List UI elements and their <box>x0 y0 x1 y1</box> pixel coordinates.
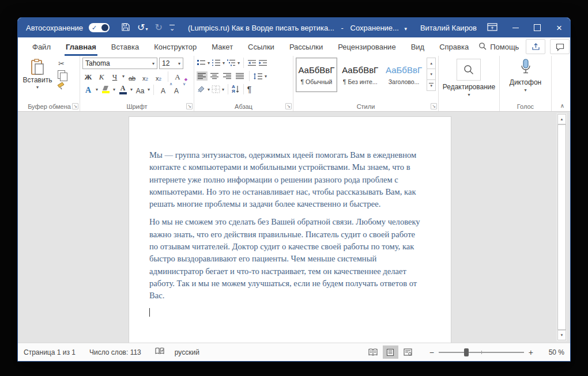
tab-home[interactable]: Главная <box>58 37 104 56</box>
tab-design[interactable]: Конструктор <box>146 37 204 56</box>
language-indicator[interactable]: русский <box>175 348 199 356</box>
zoom-in-button[interactable]: + <box>524 348 538 357</box>
web-layout-button[interactable] <box>400 345 416 359</box>
clipboard-dialog-launcher[interactable]: ↘ <box>72 103 78 109</box>
style-normal[interactable]: АаБбВвГ ¶ Обычный <box>296 58 337 92</box>
align-right-button[interactable] <box>222 71 233 81</box>
underline-button[interactable]: Ч <box>109 71 120 82</box>
share-button[interactable] <box>526 39 545 54</box>
strikethrough-button[interactable]: ab <box>126 71 138 82</box>
voice-group-label: Голос <box>517 101 534 111</box>
paragraph-dialog-launcher[interactable]: ↘ <box>285 103 292 109</box>
zoom-out-button[interactable]: − <box>425 348 439 357</box>
styles-scroll-up-button[interactable]: ▲ <box>427 58 435 69</box>
editing-button[interactable]: Редактирование ▾ <box>443 58 495 97</box>
highlight-button[interactable] <box>100 84 111 95</box>
title-caret-icon[interactable]: ▾ <box>405 26 408 32</box>
underline-caret-icon[interactable]: ▾ <box>122 74 125 79</box>
align-center-button[interactable] <box>209 71 220 81</box>
subscript-button[interactable]: x2 <box>140 71 151 82</box>
font-size-combo[interactable]: 12 ▾ <box>159 58 183 69</box>
change-case-caret-icon[interactable]: ▾ <box>148 87 150 92</box>
minimize-button[interactable] <box>504 18 526 37</box>
quick-access-more-button[interactable]: ⌄ <box>169 25 175 31</box>
tab-review[interactable]: Рецензирование <box>330 37 403 56</box>
read-mode-button[interactable] <box>365 345 381 359</box>
sort-button[interactable]: АЯ <box>232 85 240 94</box>
style-heading1[interactable]: АаБбВвГ Заголово... <box>383 58 425 92</box>
font-dialog-launcher[interactable]: ↘ <box>186 103 193 109</box>
dictate-button[interactable]: Диктофон ▾ <box>510 58 541 93</box>
highlight-caret-icon[interactable]: ▾ <box>113 87 115 92</box>
tab-mailings[interactable]: Рассылки <box>282 37 330 56</box>
styles-dialog-launcher[interactable]: ↘ <box>431 103 437 109</box>
style-no-spacing[interactable]: АаБбВвГ ¶ Без инте... <box>340 58 381 92</box>
show-paragraph-marks-button[interactable]: ¶ <box>247 85 252 94</box>
multilevel-caret-icon[interactable]: ▾ <box>238 60 240 66</box>
align-left-button[interactable] <box>197 71 208 81</box>
collapse-ribbon-button[interactable]: ∧ <box>560 102 564 109</box>
save-icon[interactable] <box>121 22 130 33</box>
ribbon-display-options-icon[interactable] <box>487 23 497 33</box>
text-effects-button[interactable]: А <box>82 84 94 95</box>
bold-button[interactable]: Ж <box>82 71 94 82</box>
grow-font-button[interactable]: А∧ <box>157 84 169 95</box>
zoom-slider-thumb[interactable] <box>464 348 469 356</box>
font-color-caret-icon[interactable]: ▾ <box>130 87 133 92</box>
numbering-caret-icon[interactable]: ▾ <box>223 60 225 66</box>
user-name[interactable]: Виталий Каиров <box>420 24 477 32</box>
cut-button[interactable]: ✂ <box>57 60 66 67</box>
styles-group-label: Стили <box>296 101 436 111</box>
search-box[interactable]: Помощь <box>476 37 521 56</box>
format-painter-button[interactable] <box>57 82 66 90</box>
bullets-button[interactable] <box>197 59 206 67</box>
document-page[interactable]: Мы — группа энтузиастов, одержимых идеей… <box>129 116 451 343</box>
redo-button[interactable]: ↻ <box>155 23 163 32</box>
borders-caret-icon[interactable]: ▾ <box>222 87 224 92</box>
increase-indent-button[interactable] <box>258 59 267 67</box>
styles-more-button[interactable]: ▼ <box>427 80 435 90</box>
shading-button[interactable] <box>197 85 206 93</box>
paste-button[interactable]: Вставить ▾ <box>21 58 54 90</box>
close-button[interactable]: × <box>548 18 570 37</box>
print-layout-button[interactable] <box>383 345 398 359</box>
maximize-button[interactable] <box>526 18 548 37</box>
font-color-button[interactable]: А <box>117 84 129 95</box>
decrease-indent-button[interactable] <box>247 59 257 67</box>
numbering-button[interactable] <box>212 59 221 67</box>
proofing-icon[interactable] <box>155 347 164 357</box>
bullets-caret-icon[interactable]: ▾ <box>208 60 210 66</box>
tab-view[interactable]: Вид <box>404 37 432 56</box>
scrollbar-thumb[interactable] <box>557 124 566 330</box>
justify-button[interactable] <box>235 71 246 81</box>
page-indicator[interactable]: Страница 1 из 1 <box>24 348 76 356</box>
shrink-font-button[interactable]: А∨ <box>171 84 182 95</box>
text-effects-caret-icon[interactable]: ▾ <box>96 87 98 92</box>
italic-button[interactable]: К <box>96 71 107 82</box>
zoom-percentage[interactable]: 50 % <box>544 348 564 356</box>
tab-help[interactable]: Справка <box>432 37 476 56</box>
tab-file[interactable]: Файл <box>25 37 58 56</box>
scroll-down-button[interactable]: ▼ <box>557 330 566 340</box>
tab-insert[interactable]: Вставка <box>104 37 146 56</box>
shading-caret-icon[interactable]: ▾ <box>208 87 210 92</box>
scroll-up-button[interactable]: ▲ <box>557 114 566 124</box>
superscript-button[interactable]: x2 <box>153 71 164 82</box>
change-case-button[interactable]: Аа <box>134 84 146 95</box>
styles-scroll-down-button[interactable]: ▼ <box>427 69 435 80</box>
vertical-scrollbar[interactable]: ▲ ▼ <box>556 113 567 341</box>
copy-button[interactable] <box>57 70 66 79</box>
zoom-slider[interactable] <box>439 352 524 353</box>
multilevel-list-button[interactable] <box>227 59 236 67</box>
tab-references[interactable]: Ссылки <box>240 37 282 56</box>
borders-button[interactable] <box>212 85 220 93</box>
autosave-toggle[interactable]: ✓ <box>89 23 110 32</box>
clear-formatting-button[interactable]: А◆ <box>172 71 183 82</box>
line-spacing-caret-icon[interactable]: ▾ <box>265 74 267 79</box>
word-count[interactable]: Число слов: 113 <box>89 348 141 356</box>
tab-layout[interactable]: Макет <box>204 37 240 56</box>
undo-button[interactable]: ↺▾ <box>137 23 148 32</box>
line-spacing-button[interactable] <box>253 73 263 80</box>
font-name-combo[interactable]: Tahoma ▾ <box>82 58 157 69</box>
comments-button[interactable] <box>550 39 570 54</box>
